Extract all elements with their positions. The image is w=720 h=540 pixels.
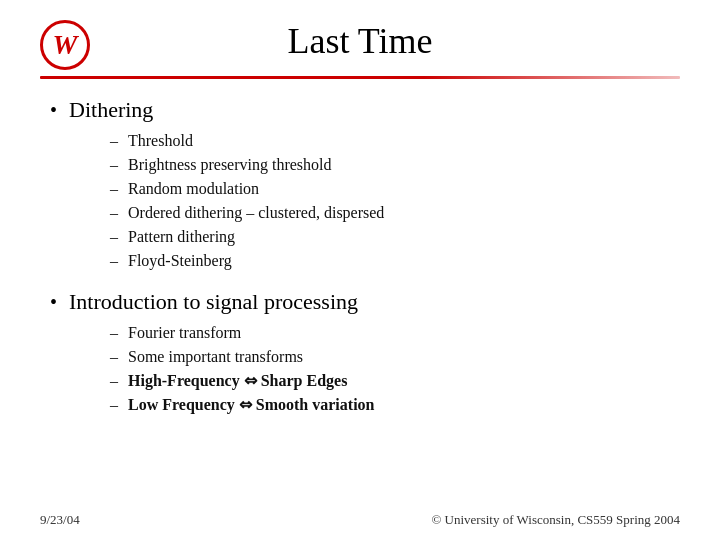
signal-processing-sub-list: – Fourier transform – Some important tra…	[110, 321, 680, 417]
dash-icon: –	[110, 345, 118, 369]
footer-copyright: © University of Wisconsin, CS559 Spring …	[431, 512, 680, 528]
dash-icon: –	[110, 225, 118, 249]
signal-processing-label: Introduction to signal processing	[69, 289, 358, 315]
dash-icon: –	[110, 369, 118, 393]
dash-icon: –	[110, 129, 118, 153]
dash-icon: –	[110, 201, 118, 225]
list-item: – Fourier transform	[110, 321, 680, 345]
logo-letter: W	[53, 31, 78, 59]
signal-processing-section: • Introduction to signal processing – Fo…	[50, 289, 680, 417]
dash-icon: –	[110, 249, 118, 273]
list-item: – Brightness preserving threshold	[110, 153, 680, 177]
list-item: – High-Frequency ⇔ Sharp Edges	[110, 369, 680, 393]
sub-item-text: Low Frequency ⇔ Smooth variation	[128, 393, 374, 417]
dash-icon: –	[110, 321, 118, 345]
sub-item-text: Random modulation	[128, 177, 259, 201]
logo-circle: W	[40, 20, 90, 70]
slide-title: Last Time	[40, 20, 680, 62]
sub-item-text: Ordered dithering – clustered, dispersed	[128, 201, 384, 225]
header-divider	[40, 76, 680, 79]
dithering-bullet: • Dithering	[50, 97, 680, 123]
sub-item-text: Pattern dithering	[128, 225, 235, 249]
dithering-sub-list: – Threshold – Brightness preserving thre…	[110, 129, 680, 273]
footer-date: 9/23/04	[40, 512, 80, 528]
list-item: – Threshold	[110, 129, 680, 153]
dash-icon: –	[110, 153, 118, 177]
bullet-dot-1: •	[50, 99, 57, 122]
list-item: – Some important transforms	[110, 345, 680, 369]
sub-item-text: High-Frequency ⇔ Sharp Edges	[128, 369, 347, 393]
sub-item-text: Fourier transform	[128, 321, 241, 345]
list-item: – Ordered dithering – clustered, dispers…	[110, 201, 680, 225]
slide-header: W Last Time	[40, 20, 680, 70]
sub-item-text: Some important transforms	[128, 345, 303, 369]
sub-item-text: Threshold	[128, 129, 193, 153]
dithering-section: • Dithering – Threshold – Brightness pre…	[50, 97, 680, 273]
dash-icon: –	[110, 177, 118, 201]
signal-processing-bullet: • Introduction to signal processing	[50, 289, 680, 315]
slide: W Last Time • Dithering – Threshold – Br…	[0, 0, 720, 540]
list-item: – Pattern dithering	[110, 225, 680, 249]
slide-content: • Dithering – Threshold – Brightness pre…	[40, 97, 680, 417]
sub-item-text: Brightness preserving threshold	[128, 153, 332, 177]
list-item: – Random modulation	[110, 177, 680, 201]
dash-icon: –	[110, 393, 118, 417]
sub-item-text: Floyd-Steinberg	[128, 249, 232, 273]
list-item: – Floyd-Steinberg	[110, 249, 680, 273]
slide-footer: 9/23/04 © University of Wisconsin, CS559…	[0, 512, 720, 528]
dithering-label: Dithering	[69, 97, 153, 123]
list-item: – Low Frequency ⇔ Smooth variation	[110, 393, 680, 417]
uw-logo: W	[40, 20, 100, 80]
bullet-dot-2: •	[50, 291, 57, 314]
